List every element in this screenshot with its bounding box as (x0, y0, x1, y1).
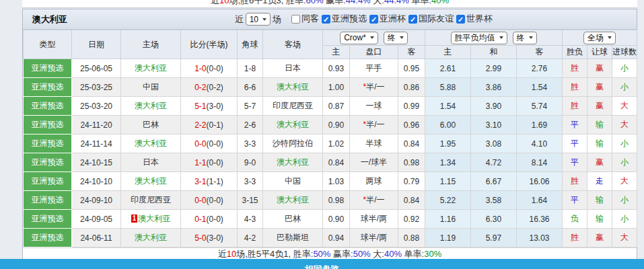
away-team-cell[interactable]: 日本 (263, 59, 323, 78)
away-team-cell[interactable]: 澳大利亚 (263, 116, 323, 134)
filter-checkbox[interactable]: 世界杯 (456, 13, 493, 25)
goals-result-cell: 小 (612, 78, 637, 97)
goals-result-cell: 小 (612, 210, 637, 229)
corner-cell: 9-0 (238, 153, 263, 172)
checkbox-checked-icon[interactable] (322, 15, 330, 24)
filter-checkbox[interactable]: 亚洲预选 (322, 13, 367, 25)
avg-draw-cell: 6.30 (471, 210, 517, 229)
home-odds-cell: 0.90 (323, 210, 350, 229)
avg-away-cell: 4.10 (517, 134, 563, 153)
filter-checkbox[interactable]: 亚洲杯 (369, 13, 406, 25)
handicap-cell: 平手 (350, 59, 398, 78)
sub-header-asian: 让球 (587, 46, 612, 59)
home-team-cell[interactable]: 澳大利亚 (121, 134, 181, 153)
home-team: 印度尼西亚 (131, 195, 171, 204)
col-header-type: 类型 (24, 30, 72, 59)
checkbox-unchecked-icon[interactable] (291, 15, 300, 24)
filter-checkbox[interactable]: 国际友谊 (408, 13, 454, 25)
corner-cell: 2-6 (238, 116, 263, 134)
handicap-name: 两球 (366, 176, 382, 186)
score-half: (0-1) (207, 120, 223, 130)
avg-stage-select[interactable]: 终 (513, 32, 537, 44)
home-team-cell[interactable]: 澳大利亚 (121, 97, 181, 116)
away-team-cell[interactable]: 巴林 (263, 210, 323, 229)
footer-link[interactable]: 相同盘路 (305, 264, 340, 269)
away-odds-cell: 0.79 (398, 172, 425, 191)
away-team: 沙特阿拉伯 (273, 139, 313, 148)
match-type: 亚洲预选 (24, 153, 72, 172)
avg-type-select[interactable]: 胜平负均值 (451, 32, 507, 44)
avg-away-cell: 1.64 (517, 191, 563, 210)
home-team: 澳大利亚 (135, 63, 167, 73)
home-team-cell[interactable]: 澳大利亚 (121, 229, 181, 247)
table-row: 亚洲预选 24-06-11 澳大利亚 5-0(3-0) 4-2 巴勒斯坦 0.9… (24, 229, 637, 247)
table-row: 亚洲预选 24-09-05 1澳大利亚 0-1(0-0) 4-3 巴林 0.90… (24, 210, 637, 229)
home-team-cell[interactable]: 中国 (121, 78, 181, 97)
score-full: 5-0 (194, 233, 206, 243)
table-row: 亚洲预选 25-06-05 澳大利亚 1-0(0-0) 1-8 日本 0.93 … (24, 59, 637, 78)
corner-cell: 3-3 (238, 172, 263, 191)
home-odds-cell: 0.90 (323, 116, 350, 134)
result-cell: 平 (563, 134, 587, 153)
goals-result-cell: 小 (612, 153, 637, 172)
scope-select[interactable]: 全场 (583, 32, 616, 44)
score-half: (0-0) (207, 64, 223, 73)
score-half: (0-0) (207, 158, 223, 167)
checkbox-checked-icon[interactable] (408, 15, 417, 24)
avg-away-cell: 2.76 (517, 59, 563, 78)
home-team-cell[interactable]: 澳大利亚 (121, 172, 181, 191)
away-team-cell[interactable]: 澳大利亚 (263, 78, 323, 97)
checkbox-checked-icon[interactable] (369, 15, 378, 24)
away-team-cell[interactable]: 印度尼西亚 (263, 97, 323, 116)
avg-away-cell: 1.69 (517, 116, 563, 134)
home-team-cell[interactable]: 印度尼西亚 (121, 191, 181, 210)
bookmaker-select[interactable]: Crow* (340, 32, 378, 44)
filter-checkbox-label: 世界杯 (466, 13, 493, 25)
red-card-badge: 1 (131, 215, 138, 223)
score-full: 1-0 (194, 64, 206, 73)
home-team: 澳大利亚 (138, 214, 170, 223)
prev-stats-strip: 近10场,胜6平1负3, 胜率:60% 赢率:44.4% 大:44.4% 单率:… (22, 0, 637, 8)
score-full: 3-1 (194, 177, 206, 186)
away-odds-cell: 0.84 (398, 134, 425, 153)
corner-cell: 4-3 (238, 210, 263, 229)
home-team-cell[interactable]: 巴林 (121, 116, 181, 134)
table-body: 亚洲预选 25-06-05 澳大利亚 1-0(0-0) 1-8 日本 0.93 … (24, 59, 637, 247)
home-odds-cell: 1.03 (323, 172, 350, 191)
asian-result-cell: 输 (587, 116, 612, 134)
away-team-cell[interactable]: 中国 (263, 172, 323, 191)
away-team-cell[interactable]: 沙特阿拉伯 (263, 134, 323, 153)
score-half: (3-0) (207, 102, 223, 111)
score-half: (0-0) (207, 139, 223, 149)
score-cell: 5-0(3-0) (181, 229, 238, 247)
home-team-cell[interactable]: 1澳大利亚 (121, 210, 181, 229)
away-team-cell[interactable]: 澳大利亚 (263, 191, 323, 210)
near-count-select[interactable]: 10 (246, 13, 271, 26)
asian-result-cell: 赢 (587, 59, 612, 78)
filter-checkbox[interactable]: 同客 (291, 13, 319, 25)
home-team-cell[interactable]: 澳大利亚 (121, 59, 181, 78)
avg-home-cell: 1.95 (425, 134, 471, 153)
checkbox-checked-icon[interactable] (456, 15, 465, 24)
score-half: (0-0) (207, 196, 223, 205)
home-odds-cell: 0.87 (323, 97, 350, 116)
table-row: 亚洲预选 25-03-25 中国 0-2(0-2) 6-6 澳大利亚 1.00 … (24, 78, 637, 97)
bookmaker-stage-select[interactable]: 终 (384, 32, 408, 44)
score-cell: 0-2(0-2) (181, 78, 238, 97)
score-full: 0-1 (194, 215, 206, 224)
avg-draw-cell: 3.10 (471, 116, 517, 134)
filter-bar: 近 10 场 同客亚洲预选亚洲杯国际友谊世界杯 (233, 13, 493, 26)
score-full: 2-2 (194, 120, 206, 130)
table-row: 亚洲预选 25-03-20 澳大利亚 5-1(3-0) 5-7 印度尼西亚 0.… (24, 97, 637, 116)
handicap-name: 半/一 (366, 82, 384, 91)
home-team-cell[interactable]: 日本 (121, 153, 181, 172)
match-type: 亚洲预选 (24, 172, 72, 191)
handicap-cell: *半/一 (350, 191, 398, 210)
away-team-cell[interactable]: 巴勒斯坦 (263, 229, 323, 247)
goals-result-cell: 大 (612, 229, 637, 247)
handicap-cell: 半球 (350, 134, 398, 153)
away-team-cell[interactable]: 澳大利亚 (263, 153, 323, 172)
away-team: 印度尼西亚 (273, 101, 313, 110)
score-full: 1-1 (194, 158, 206, 167)
away-team: 中国 (285, 176, 301, 186)
